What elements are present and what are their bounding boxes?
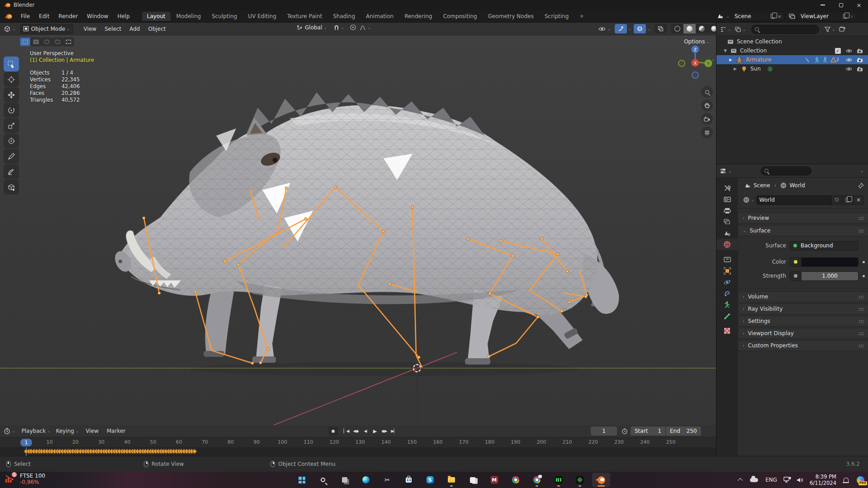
menu-render[interactable]: Render (54, 11, 82, 22)
menu-add[interactable]: Add (125, 26, 144, 32)
panel-drag-grip[interactable] (859, 229, 864, 232)
restore-button[interactable] (832, 0, 850, 10)
color-input-socket[interactable] (790, 257, 802, 267)
outliner-row-collection[interactable]: ▼ Collection ✓ (716, 46, 868, 55)
play-button[interactable]: ▶ (370, 426, 379, 436)
panel-ray-visibility[interactable]: ›Ray Visibility (738, 303, 868, 314)
volume-icon[interactable] (797, 477, 803, 483)
tool-measure[interactable] (4, 164, 19, 179)
play-reverse-button[interactable]: ◀ (360, 426, 370, 436)
select-mode-tweak[interactable] (20, 38, 30, 46)
taskbar-app-chrome-profile[interactable] (528, 473, 546, 487)
strength-animate-dot[interactable] (863, 275, 865, 277)
tool-select-box[interactable] (4, 57, 19, 71)
taskbar-widget[interactable]: 1 FTSE 100 -0,96% (5, 473, 45, 485)
hide-eye-icon[interactable] (845, 66, 853, 71)
gizmos-toggle[interactable]: ⌄ (615, 24, 632, 33)
expand-arrow-icon[interactable]: ▶ (734, 66, 737, 71)
taskbar-app-task-view[interactable] (336, 473, 354, 487)
tab-object[interactable] (716, 265, 738, 276)
outliner-row-sun[interactable]: ▶ Sun (716, 64, 868, 73)
taskbar-app-snipping-tool[interactable]: ✂ (378, 473, 396, 487)
tab-rendering[interactable]: Rendering (399, 12, 437, 21)
language-indicator[interactable]: ENG (765, 477, 777, 483)
gizmo-axis-z-neg[interactable] (692, 72, 698, 78)
properties-options-dropdown[interactable]: ⌄ (860, 168, 864, 174)
tool-move[interactable] (4, 87, 19, 102)
unlink-datablock-button[interactable]: × (853, 195, 864, 205)
tab-scripting[interactable]: Scripting (540, 12, 574, 21)
menu-edit[interactable]: Edit (34, 11, 54, 22)
tool-transform[interactable] (4, 133, 19, 148)
outliner-display-mode[interactable]: ⌄ (720, 27, 731, 32)
world-browse-button[interactable]: ⌄ (743, 197, 754, 203)
close-button[interactable]: × (850, 0, 868, 10)
tool-add-cube[interactable] (4, 180, 19, 194)
panel-viewport-display[interactable]: ›Viewport Display (738, 328, 868, 339)
menu-file[interactable]: File (16, 11, 34, 22)
tool-cursor[interactable] (4, 72, 19, 87)
outliner-filter-button[interactable]: ⌄ (825, 27, 835, 32)
orientation-dropdown[interactable]: Global ⌄ (305, 24, 327, 31)
tab-world[interactable] (716, 239, 738, 250)
panel-preview[interactable]: › Preview (738, 213, 868, 223)
timeline-editor-type[interactable]: ⌄ (4, 428, 15, 435)
scene-selector[interactable]: ⌄ Scene × (716, 11, 785, 21)
editor-type-button[interactable]: ⌄ (4, 25, 16, 33)
tab-object-data[interactable] (716, 299, 738, 310)
breadcrumb-scene[interactable]: Scene (754, 182, 770, 189)
add-workspace-button[interactable]: + (574, 12, 589, 21)
network-icon[interactable] (783, 477, 791, 483)
tab-texture[interactable] (716, 325, 738, 336)
clock[interactable]: 8:39 PM 6/11/2024 (810, 474, 836, 486)
tool-scale[interactable] (4, 118, 19, 133)
menu-window[interactable]: Window (82, 11, 113, 22)
strength-input-socket[interactable] (790, 271, 802, 281)
jump-to-start-button[interactable]: ▏◀ (342, 426, 351, 436)
timeline-ruler[interactable]: 1 10203040506070809010011012013014015016… (0, 437, 716, 447)
tab-output[interactable] (716, 205, 738, 216)
snap-dropdown[interactable]: ⌄ (333, 24, 345, 31)
tool-annotate[interactable] (4, 149, 19, 164)
view-layer-selector[interactable]: ViewLayer × (788, 11, 857, 21)
tray-expand-icon[interactable] (738, 478, 743, 483)
boar-mesh[interactable] (112, 92, 619, 365)
panel-volume[interactable]: ›Volume (738, 291, 868, 302)
current-frame-indicator[interactable]: 1 (20, 439, 32, 446)
color-animate-dot[interactable] (863, 261, 865, 263)
disable-render-camera-icon[interactable] (857, 66, 863, 71)
tab-compositing[interactable]: Compositing (438, 12, 482, 21)
overlays-toggle[interactable]: ⌄ (634, 24, 651, 33)
view-layer-copy-icon[interactable] (843, 14, 847, 19)
ortho-grid-button[interactable] (701, 127, 713, 138)
shading-solid-button[interactable] (683, 24, 696, 33)
taskbar-app-notes[interactable] (464, 473, 482, 487)
notifications-icon[interactable] (844, 478, 849, 482)
fake-user-shield-button[interactable] (831, 195, 842, 205)
pin-icon[interactable] (858, 183, 864, 189)
pan-hand-button[interactable] (701, 99, 713, 111)
breadcrumb-world[interactable]: World (789, 182, 805, 189)
camera-view-button[interactable] (701, 113, 713, 125)
panel-drag-grip[interactable] (859, 217, 864, 220)
disable-render-camera-icon[interactable] (857, 48, 863, 53)
select-mode-box[interactable] (31, 38, 41, 46)
tab-view-layer[interactable] (716, 216, 738, 227)
menu-keying[interactable]: Keying⌄ (53, 428, 82, 434)
properties-search-input[interactable] (761, 166, 811, 175)
color-swatch[interactable] (802, 257, 859, 267)
navigation-gizmo[interactable]: Z Y X (676, 41, 714, 79)
zoom-button[interactable] (701, 86, 713, 98)
tab-physics[interactable] (716, 276, 738, 288)
end-frame-field[interactable]: End250 (666, 426, 701, 436)
strength-slider[interactable]: 1.000 (802, 271, 859, 281)
taskbar-app-edge[interactable] (357, 473, 375, 487)
gizmo-axis-y-neg[interactable] (678, 60, 685, 66)
hide-eye-icon[interactable] (845, 57, 853, 62)
hide-eye-icon[interactable] (845, 48, 853, 53)
xray-toggle[interactable] (655, 24, 667, 33)
copy-datablock-button[interactable] (842, 195, 853, 205)
current-frame-field[interactable]: 1 (591, 426, 617, 436)
tab-collection[interactable] (716, 254, 738, 265)
new-collection-button[interactable] (839, 26, 846, 32)
